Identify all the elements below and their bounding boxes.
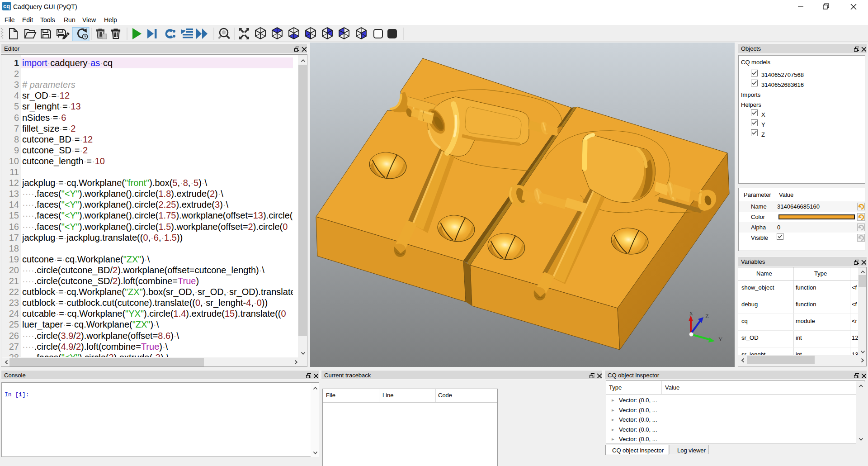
svg-text:X: X — [689, 310, 693, 317]
svg-text:Z: Z — [705, 313, 709, 319]
svg-text:Y: Y — [718, 336, 723, 342]
